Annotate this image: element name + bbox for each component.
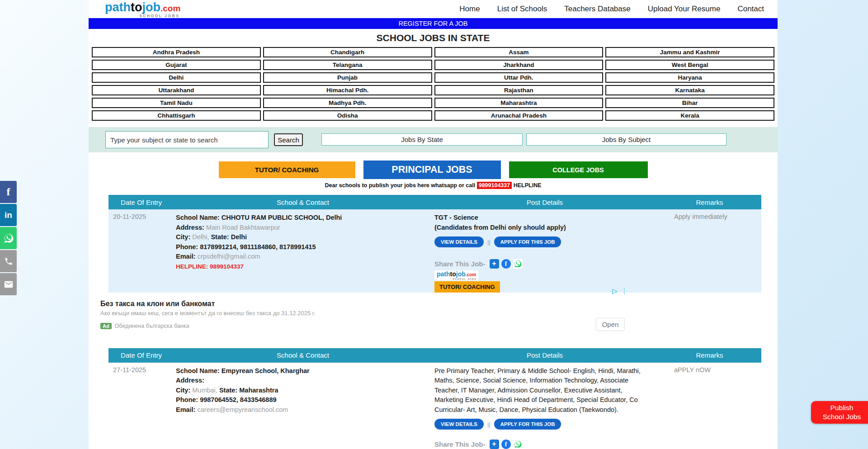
register-banner[interactable]: REGISTER FOR A JOB: [89, 18, 778, 29]
logo-part: path: [437, 270, 450, 278]
state-button-tamil-nadu[interactable]: Tamil Nadu: [92, 98, 261, 108]
ad-title[interactable]: Без такса на клон или банкомат: [100, 300, 215, 308]
share-label: Share This Job-: [434, 260, 486, 268]
state-button-assam[interactable]: Assam: [434, 47, 604, 57]
table-row: 20-11-2025 School Name: CHHOTU RAM PUBLI…: [108, 209, 761, 293]
college-jobs-button[interactable]: COLLEGE JOBS: [509, 161, 648, 178]
state-button-telangana[interactable]: Telangana: [263, 60, 432, 70]
state-button-maharashtra[interactable]: Maharashtra: [434, 98, 604, 108]
post-subtitle: (Candidates from Delhi only should apply…: [434, 223, 658, 233]
nav-contact[interactable]: Contact: [737, 5, 764, 14]
state-button-chhattisgarh[interactable]: Chhattisgarh: [92, 110, 261, 121]
state-button-delhi[interactable]: Delhi: [92, 72, 261, 83]
ad-open-button[interactable]: Open: [596, 318, 625, 331]
state-button-arunachal-pradesh[interactable]: Arunachal Pradesh: [434, 110, 604, 121]
post-title: TGT - Science: [434, 213, 658, 223]
facebook-share-button[interactable]: f: [0, 181, 17, 203]
states-grid: Andhra Pradesh Chandigarh Assam Jammu an…: [92, 47, 774, 121]
state-value: Delhi: [231, 233, 247, 241]
publish-line1: Publish: [830, 404, 854, 411]
jobs-by-state-select[interactable]: Jobs By State: [321, 133, 523, 146]
principal-jobs-button[interactable]: PRINCIPAL JOBS: [363, 161, 501, 179]
table-header: Date Of Entry School & Contact Post Deta…: [108, 195, 761, 209]
share-label: Share This Job-: [434, 440, 486, 448]
view-details-button[interactable]: VIEW DETAILS: [434, 236, 484, 247]
logo-part: job: [142, 0, 160, 14]
jobs-table-1: Date Of Entry School & Contact Post Deta…: [108, 195, 761, 293]
adchoices-icon[interactable]: ▷: [612, 287, 618, 295]
logo-tagline: SCHOOL JOBS: [139, 14, 179, 18]
state-button-madhya-pdh[interactable]: Madhya Pdh.: [263, 98, 432, 108]
state-label: State:: [219, 387, 237, 394]
main-content: pathtojob.com SCHOOL JOBS Home List of S…: [89, 0, 778, 449]
helpline-label: HELPLINE:: [176, 263, 208, 270]
phone-call-button[interactable]: [0, 250, 17, 272]
email-label: Email:: [176, 253, 196, 260]
jobs-by-subject-select[interactable]: Jobs By Subject: [526, 133, 726, 146]
state-button-punjab[interactable]: Punjab: [263, 72, 432, 83]
state-button-uttarakhand[interactable]: Uttarakhand: [92, 85, 261, 95]
state-button-jammu-kashmir[interactable]: Jammu and Kashmir: [605, 47, 774, 57]
state-button-chandigarh[interactable]: Chandigarh: [263, 47, 432, 57]
whatsapp-share-button[interactable]: [0, 227, 17, 249]
publish-line2: School Jobs: [823, 413, 861, 421]
ad-badge[interactable]: Ad: [100, 323, 112, 329]
state-button-karnataka[interactable]: Karnataka: [605, 85, 774, 95]
state-button-bihar[interactable]: Bihar: [605, 98, 774, 108]
search-section: Search Jobs By State Jobs By Subject: [89, 127, 778, 152]
nav-teachers-database[interactable]: Teachers Database: [564, 5, 630, 14]
linkedin-icon: in: [5, 210, 12, 220]
header-date: Date Of Entry: [108, 199, 174, 206]
state-button-rajasthan[interactable]: Rajasthan: [434, 85, 604, 95]
state-button-kerala[interactable]: Kerala: [605, 110, 774, 121]
school-name-value: CHHOTU RAM PUBLIC SCHOOL, Delhi: [222, 214, 342, 221]
adchoices-controls: ▷ ⋮: [612, 287, 628, 295]
helpline-number: 9899104337: [477, 182, 512, 189]
apply-job-button[interactable]: APPLY FOR THIS JOB: [494, 236, 561, 247]
helpline-suffix: HELPLINE: [514, 182, 542, 189]
state-button-himachal-pdh[interactable]: Himachal Pdh.: [263, 85, 432, 95]
share-row: Share This Job- + f: [434, 259, 658, 269]
logo-part: to: [450, 270, 456, 278]
whatsapp-icon: [3, 233, 14, 244]
facebook-icon[interactable]: f: [501, 440, 511, 449]
phone-value: 9987064552, 8433546889: [200, 396, 276, 403]
city-value: Mumbai,: [192, 387, 217, 394]
nav-upload-resume[interactable]: Upload Your Resume: [648, 5, 721, 14]
facebook-icon: f: [7, 186, 10, 198]
state-button-jharkhand[interactable]: Jharkhand: [434, 60, 604, 70]
ad-menu-icon[interactable]: ⋮: [621, 287, 628, 295]
nav-list-of-schools[interactable]: List of Schools: [497, 5, 547, 14]
email-value: crpsdelhi@gmail.com: [198, 253, 260, 260]
state-button-uttar-pdh[interactable]: Uttar Pdh.: [434, 72, 604, 83]
linkedin-share-button[interactable]: in: [0, 204, 17, 226]
logo-tagline: SCHOOL JOBS: [453, 278, 476, 280]
whatsapp-icon[interactable]: [513, 259, 523, 269]
email-button[interactable]: [0, 273, 17, 295]
publish-school-jobs-button[interactable]: Publish School Jobs: [811, 401, 868, 424]
apply-job-button[interactable]: APPLY FOR THIS JOB: [494, 419, 561, 430]
site-logo[interactable]: pathtojob.com SCHOOL JOBS: [105, 1, 180, 17]
share-icon[interactable]: +: [490, 259, 499, 269]
facebook-icon[interactable]: f: [501, 259, 511, 269]
job-school-contact: School Name: CHHOTU RAM PUBLIC SCHOOL, D…: [174, 213, 432, 293]
state-button-gujarat[interactable]: Gujarat: [92, 60, 261, 70]
state-button-odisha[interactable]: Odisha: [263, 110, 432, 121]
whatsapp-icon[interactable]: [513, 440, 523, 449]
search-button[interactable]: Search: [274, 133, 303, 146]
address-label: Address:: [176, 377, 204, 384]
tutor-coaching-button[interactable]: TUTOR/ COACHING: [219, 161, 355, 178]
job-post-details: Pre Primary Teacher, Primary & Middle Sc…: [432, 366, 658, 449]
state-button-haryana[interactable]: Haryana: [605, 72, 774, 83]
nav-home[interactable]: Home: [459, 5, 480, 14]
search-input[interactable]: [105, 131, 269, 148]
school-name-label: School Name:: [176, 214, 220, 221]
email-icon: [4, 279, 14, 289]
job-category-tag[interactable]: TUTOR/ COACHING: [434, 281, 500, 293]
view-details-button[interactable]: VIEW DETAILS: [434, 419, 484, 430]
state-button-west-bengal[interactable]: West Bengal: [605, 60, 774, 70]
state-button-andhra-pradesh[interactable]: Andhra Pradesh: [92, 47, 261, 57]
share-icon[interactable]: +: [490, 440, 499, 449]
pill-separator: ||: [487, 421, 491, 428]
school-name-label: School Name:: [176, 367, 220, 374]
